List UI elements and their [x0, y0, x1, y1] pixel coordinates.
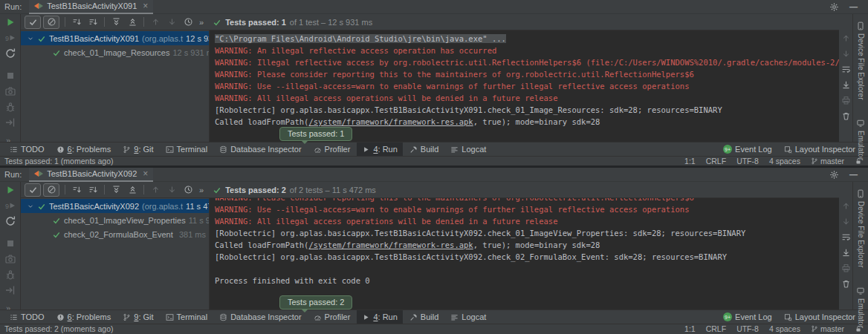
- indent-style[interactable]: 4 spaces: [769, 324, 800, 333]
- toolwindow-terminal[interactable]: Terminal: [161, 143, 213, 156]
- toolwindow-database-inspector[interactable]: Database Inspector: [214, 143, 306, 156]
- toolwindow-run[interactable]: 4: Run: [357, 143, 402, 156]
- soft-wrap-icon[interactable]: [841, 232, 851, 242]
- show-passed-toggle[interactable]: [25, 16, 41, 29]
- run-tab[interactable]: TestB1BasicActivityX091 ×: [29, 0, 153, 14]
- file-link[interactable]: /system/framework/framework-res.apk: [308, 240, 473, 249]
- toggle-auto-test-button[interactable]: [2, 215, 19, 227]
- layout-inspector-button[interactable]: Layout Inspector: [779, 143, 861, 156]
- sort-alphabetically-button[interactable]: [68, 183, 85, 197]
- stop-button[interactable]: [2, 70, 19, 82]
- toolwindow-terminal[interactable]: Terminal: [161, 310, 213, 324]
- git-branch-widget[interactable]: master: [811, 157, 844, 166]
- down-stacktrace-icon[interactable]: [841, 49, 851, 59]
- test-root-row[interactable]: TestB1BasicActivityX092 (org.aplas.t 11 …: [21, 199, 209, 213]
- close-tab-icon[interactable]: ×: [143, 168, 148, 179]
- toolwindow-run[interactable]: 4: Run: [357, 310, 402, 324]
- git-branch-widget[interactable]: master: [811, 324, 844, 333]
- screenshot-button[interactable]: [2, 253, 19, 265]
- sort-alphabetically-button[interactable]: [68, 16, 85, 29]
- event-log-button[interactable]: 9+Event Log: [718, 143, 777, 156]
- collapse-all-button[interactable]: [124, 183, 140, 197]
- sort-by-duration-button[interactable]: [85, 183, 101, 197]
- test-case-row[interactable]: check_02_FormulaBox_Event 381 ms: [21, 227, 209, 241]
- file-link[interactable]: /system/framework/framework-res.apk: [308, 117, 473, 126]
- hide-window-icon[interactable]: —: [849, 170, 858, 179]
- more-toolbar-icon[interactable]: »: [199, 186, 204, 194]
- toolwindow-database-inspector[interactable]: Database Inspector: [214, 310, 306, 324]
- layout-inspector-button[interactable]: Layout Inspector: [779, 310, 861, 324]
- test-case-row[interactable]: check_01_Image_Resources 12 s 931 ms: [21, 45, 209, 59]
- next-failed-test-button[interactable]: [163, 183, 180, 197]
- expanded-chevron-icon[interactable]: [27, 203, 34, 210]
- debug-settings-button[interactable]: [2, 269, 19, 281]
- test-history-button[interactable]: [180, 16, 196, 29]
- rerun-failed-tests-button[interactable]: [2, 200, 19, 212]
- toolwindow-git[interactable]: 9: Git: [117, 310, 158, 324]
- readonly-lock-icon[interactable]: [855, 325, 862, 333]
- console-output[interactable]: WARNING: Please consider reporting this …: [210, 198, 839, 310]
- toolwindow-profiler[interactable]: Profiler: [308, 143, 356, 156]
- rerun-button[interactable]: [2, 16, 19, 28]
- up-stacktrace-icon[interactable]: [841, 33, 851, 43]
- print-icon[interactable]: [841, 96, 851, 105]
- settings-gear-icon[interactable]: [829, 2, 839, 12]
- line-separator[interactable]: CRLF: [706, 324, 726, 333]
- test-case-row[interactable]: check_01_ImageView_Properties 11 s 91 ms: [21, 213, 209, 227]
- show-passed-toggle[interactable]: [25, 183, 41, 197]
- toolwindow-logcat[interactable]: Logcat: [445, 143, 491, 156]
- run-tab[interactable]: TestB1BasicActivityX092 ×: [29, 168, 153, 182]
- scroll-to-end-icon[interactable]: [841, 80, 851, 90]
- import-tests-button[interactable]: [2, 117, 19, 128]
- scroll-to-end-icon[interactable]: [841, 248, 851, 258]
- close-tab-icon[interactable]: ×: [143, 1, 148, 11]
- caret-position[interactable]: 1:1: [684, 157, 696, 166]
- event-log-button[interactable]: 9+Event Log: [718, 310, 777, 324]
- clear-all-icon[interactable]: [841, 279, 851, 289]
- stop-button[interactable]: [2, 238, 19, 249]
- expanded-chevron-icon[interactable]: [27, 35, 34, 42]
- toolwindow-problems[interactable]: 6: Problems: [51, 143, 117, 156]
- previous-failed-test-button[interactable]: [147, 183, 163, 197]
- hide-window-icon[interactable]: —: [849, 2, 858, 11]
- down-stacktrace-icon[interactable]: [841, 217, 851, 226]
- toolwindow-build[interactable]: Build: [404, 143, 444, 156]
- settings-gear-icon[interactable]: [829, 170, 839, 180]
- sidebar-item-device-file-explorer[interactable]: Device File Explorer: [856, 22, 865, 99]
- file-encoding[interactable]: UTF-8: [736, 157, 759, 166]
- screenshot-button[interactable]: [2, 85, 19, 97]
- sort-by-duration-button[interactable]: [85, 16, 101, 29]
- indent-style[interactable]: 4 spaces: [769, 157, 800, 166]
- show-ignored-toggle[interactable]: [43, 183, 59, 197]
- caret-position[interactable]: 1:1: [684, 324, 696, 333]
- up-stacktrace-icon[interactable]: [841, 201, 851, 211]
- rerun-button[interactable]: [2, 184, 19, 196]
- debug-settings-button[interactable]: [2, 101, 19, 113]
- toolwindow-todo[interactable]: TODO: [4, 310, 50, 324]
- collapse-all-button[interactable]: [124, 16, 140, 29]
- test-history-button[interactable]: [180, 183, 196, 197]
- show-ignored-toggle[interactable]: [43, 16, 59, 29]
- previous-failed-test-button[interactable]: [147, 16, 163, 29]
- more-toolbar-icon[interactable]: »: [199, 18, 204, 27]
- expand-all-button[interactable]: [108, 16, 124, 29]
- toolwindow-git[interactable]: 9: Git: [117, 143, 158, 156]
- console-output[interactable]: "C:\Program Files\Android\Android Studio…: [210, 30, 839, 142]
- file-encoding[interactable]: UTF-8: [736, 324, 759, 333]
- readonly-lock-icon[interactable]: [855, 157, 862, 165]
- toggle-auto-test-button[interactable]: [2, 48, 19, 59]
- line-separator[interactable]: CRLF: [706, 157, 726, 166]
- sidebar-item-device-file-explorer[interactable]: Device File Explorer: [856, 189, 865, 267]
- soft-wrap-icon[interactable]: [841, 65, 851, 74]
- toolwindow-profiler[interactable]: Profiler: [308, 310, 356, 324]
- print-icon[interactable]: [841, 263, 851, 273]
- toolwindow-todo[interactable]: TODO: [4, 143, 50, 156]
- toolwindow-build[interactable]: Build: [404, 310, 444, 324]
- next-failed-test-button[interactable]: [163, 16, 180, 29]
- toolwindow-problems[interactable]: 6: Problems: [51, 310, 117, 324]
- import-tests-button[interactable]: [2, 284, 19, 296]
- clear-all-icon[interactable]: [841, 111, 851, 121]
- expand-all-button[interactable]: [108, 183, 124, 197]
- toolwindow-logcat[interactable]: Logcat: [445, 310, 491, 324]
- test-root-row[interactable]: TestB1BasicActivityX091 (org.aplas.t 12 …: [21, 31, 209, 45]
